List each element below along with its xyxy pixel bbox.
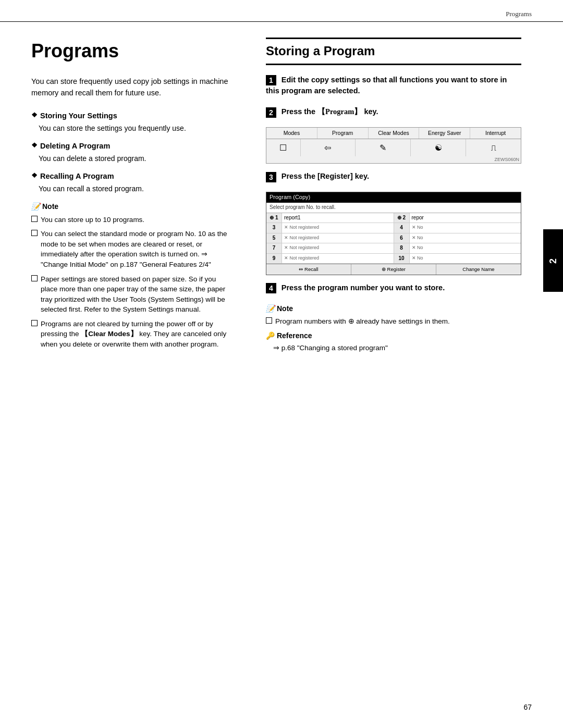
note-right-item: Program numbers with ⊕ already have sett… <box>266 316 521 327</box>
program-row-5: 9 ✕ Not registered 10 ✕ No <box>266 254 521 264</box>
section-storing-settings-header: ❖ Storing Your Settings <box>31 110 235 121</box>
checkbox-icon-3 <box>31 275 38 281</box>
reference-text: ⇒ p.68 "Changing a stored program" <box>273 343 388 353</box>
note-text-1: You can store up to 10 programs. <box>41 215 144 225</box>
prog-name-7[interactable]: ✕ Not registered <box>282 243 394 253</box>
prog-name-3[interactable]: ✕ Not registered <box>282 223 394 233</box>
section-recalling-label: Recalling A Program <box>40 171 114 182</box>
program-row-3: 5 ✕ Not registered 6 ✕ No <box>266 233 521 244</box>
ui-header-interrupt: Interrupt <box>470 128 521 139</box>
right-section-title: Storing a Program <box>266 38 521 65</box>
step-number-4: 4 <box>266 283 276 293</box>
prog-num-5: 5 <box>266 233 282 243</box>
checkbox-icon-4 <box>31 320 38 326</box>
step-number-1: 1 <box>266 75 276 85</box>
prog-num-9: 9 <box>266 254 282 264</box>
note-header: 📝 Note <box>31 201 235 212</box>
prog-num-6: 6 <box>394 233 410 243</box>
step-4: 4 Press the program number you want to s… <box>266 282 521 294</box>
section-deleting-header: ❖ Deleting A Program <box>31 141 235 152</box>
prog-name-1[interactable]: report1 <box>282 213 394 223</box>
change-name-button[interactable]: Change Name <box>436 264 521 275</box>
prog-name-9[interactable]: ✕ Not registered <box>282 254 394 264</box>
recall-button[interactable]: ⇔ Recall <box>266 264 351 275</box>
note-item-2: You can select the standard mode or prog… <box>31 229 235 269</box>
note-item-3: Paper settings are stored based on paper… <box>31 274 235 315</box>
diamond-icon-1: ❖ <box>31 110 38 120</box>
ui-bar-header: Modes Program Clear Modes Energy Saver I… <box>266 128 521 139</box>
ui-header-energysaver: Energy Saver <box>419 128 470 139</box>
prog-num-10: 10 <box>394 254 410 264</box>
program-table-title: Program (Copy) <box>266 192 521 203</box>
page-body: Programs You can store frequently used c… <box>0 22 563 393</box>
checkbox-icon-1 <box>31 216 38 222</box>
program-row-4: 7 ✕ Not registered 8 ✕ No <box>266 243 521 254</box>
note-label: Note <box>42 201 58 212</box>
reference-section: 🔑 Reference ⇒ p.68 "Changing a stored pr… <box>266 330 521 353</box>
prog-name-6[interactable]: ✕ No <box>410 233 521 243</box>
prog-name-2[interactable]: repor <box>410 213 521 223</box>
ui-cell-modes: ☐ <box>266 139 301 156</box>
ui-header-modes: Modes <box>266 128 317 139</box>
step-number-3: 3 <box>266 172 276 182</box>
ui-cell-interrupt[interactable]: ⎍ <box>466 139 521 156</box>
note-icon: 📝 <box>31 201 40 212</box>
prog-name-8[interactable]: ✕ No <box>410 243 521 253</box>
checkbox-icon-right <box>266 317 272 324</box>
prog-num-2: ⊕ 2 <box>394 213 410 223</box>
step-2: 2 Press the 【Program】 key. <box>266 106 521 118</box>
step-3: 3 Press the [Register] key. <box>266 171 521 182</box>
program-table-subtitle: Select program No. to recall. <box>266 203 521 213</box>
note-right-icon: 📝 <box>266 303 275 314</box>
ui-header-clearmodes: Clear Modes <box>369 128 420 139</box>
program-row-1: ⊕ 1 report1 ⊕ 2 repor <box>266 213 521 224</box>
prog-num-3: 3 <box>266 223 282 233</box>
note-text-2: You can select the standard mode or prog… <box>41 229 235 269</box>
program-row-2: 3 ✕ Not registered 4 ✕ No <box>266 223 521 233</box>
section-storing-settings-label: Storing Your Settings <box>40 110 117 121</box>
ui-header-program: Program <box>317 128 369 139</box>
step-text-4: Press the program number you want to sto… <box>282 283 445 292</box>
note-item-1: You can store up to 10 programs. <box>31 215 235 225</box>
diamond-icon-2: ❖ <box>31 141 38 151</box>
prog-name-5[interactable]: ✕ Not registered <box>282 233 394 243</box>
step-text-3: Press the [Register] key. <box>282 172 369 180</box>
step-number-2: 2 <box>266 107 276 118</box>
intro-text: You can store frequently used copy job s… <box>31 76 235 99</box>
diamond-icon-3: ❖ <box>31 171 38 181</box>
prog-num-4: 4 <box>394 223 410 233</box>
prog-name-4[interactable]: ✕ No <box>410 223 521 233</box>
register-button[interactable]: ⊕ Register <box>351 264 436 275</box>
page-number: 67 <box>523 702 532 712</box>
program-copy-table: Program (Copy) Select program No. to rec… <box>266 192 521 275</box>
note-text-4: Programs are not cleared by turning the … <box>41 319 235 350</box>
step-text-2: Press the 【Program】 key. <box>282 107 378 116</box>
prog-num-1: ⊕ 1 <box>266 213 282 223</box>
note-right-label: Note <box>277 303 293 314</box>
program-footer: ⇔ Recall ⊕ Register Change Name <box>266 264 521 275</box>
right-column: Storing a Program 1 Edit the copy settin… <box>255 22 542 373</box>
ui-bar-body: ☐ ⇦ ✎ ☯ ⎍ <box>266 139 521 156</box>
ui-bar-label: ZEWS060N <box>266 156 521 163</box>
section-deleting-body: You can delete a stored program. <box>39 153 235 164</box>
page-title: Programs <box>31 38 235 65</box>
checkbox-icon-2 <box>31 230 38 236</box>
prog-num-8: 8 <box>394 243 410 253</box>
note-section: 📝 Note You can store up to 10 programs. … <box>31 201 235 349</box>
prog-num-7: 7 <box>266 243 282 253</box>
ui-cell-energysaver[interactable]: ☯ <box>411 139 466 156</box>
ui-cell-clearmodes[interactable]: ✎ <box>356 139 411 156</box>
ui-cell-program[interactable]: ⇦ <box>301 139 356 156</box>
step-text-1: Edit the copy settings so that all funct… <box>266 76 507 95</box>
ui-program-bar: Modes Program Clear Modes Energy Saver I… <box>266 127 521 164</box>
page-header: Programs <box>0 0 563 22</box>
key-icon: 🔑 <box>266 331 277 340</box>
section-deleting-label: Deleting A Program <box>40 141 110 152</box>
header-title: Programs <box>506 9 532 19</box>
prog-name-10[interactable]: ✕ No <box>410 254 521 264</box>
reference-label: Reference <box>277 331 312 340</box>
section-recalling-header: ❖ Recalling A Program <box>31 171 235 182</box>
note-item-4: Programs are not cleared by turning the … <box>31 319 235 350</box>
sidebar-tab: 2 <box>543 229 563 292</box>
reference-header: 🔑 Reference <box>266 330 521 341</box>
